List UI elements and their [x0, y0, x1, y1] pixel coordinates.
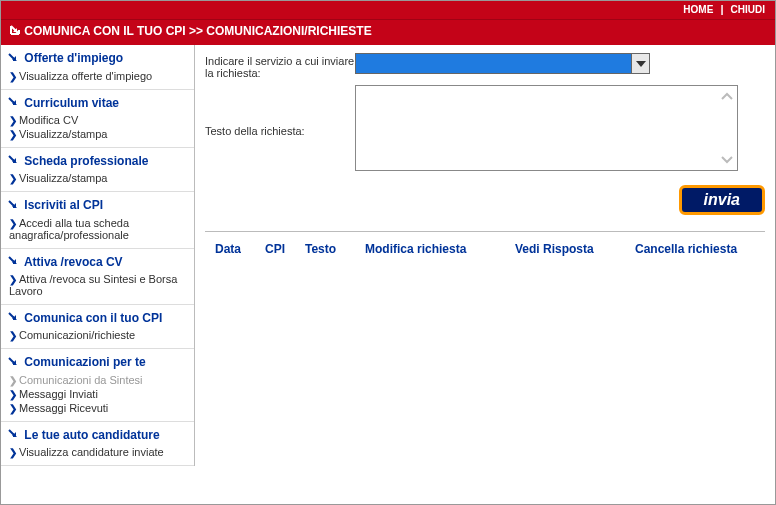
dropdown-icon: [631, 54, 649, 73]
bullet-icon: ❯: [9, 274, 17, 285]
menu-item-label: Messaggi Ricevuti: [19, 402, 108, 414]
menu-item-label: Messaggi Inviati: [19, 388, 98, 400]
arrow-icon: [7, 255, 19, 270]
title-arrow-icon: [9, 24, 21, 39]
col-cancella: Cancella richiesta: [625, 242, 765, 256]
service-select[interactable]: [355, 53, 650, 74]
titlebar: COMUNICA CON IL TUO CPI >> COMUNICAZIONI…: [1, 19, 775, 45]
menu-header[interactable]: Iscriviti al CPI: [7, 196, 188, 215]
bullet-icon: ❯: [9, 129, 17, 140]
menu-item-label: Visualizza/stampa: [19, 128, 107, 140]
menu-header-label: Comunicazioni per te: [24, 355, 145, 369]
menu-item-label: Visualizza/stampa: [19, 172, 107, 184]
menu-item-label: Comunicazioni da Sintesi: [19, 374, 143, 386]
menu-section: Le tue auto candidature❯Visualizza candi…: [1, 422, 194, 466]
menu-header-label: Scheda professionale: [24, 154, 148, 168]
divider: [205, 231, 765, 232]
arrow-icon: [7, 356, 19, 371]
text-label: Testo della richiesta:: [205, 85, 355, 137]
menu-section: Scheda professionale❯Visualizza/stampa: [1, 148, 194, 192]
home-link[interactable]: HOME: [683, 4, 713, 15]
menu-item[interactable]: ❯Comunicazioni/richieste: [7, 328, 188, 342]
close-link[interactable]: CHIUDI: [731, 4, 765, 15]
col-vedi: Vedi Risposta: [505, 242, 625, 256]
bullet-icon: ❯: [9, 389, 17, 400]
sidebar: Offerte d'impiego❯Visualizza offerte d'i…: [1, 45, 195, 466]
arrow-icon: [7, 52, 19, 67]
col-data: Data: [205, 242, 255, 256]
menu-header-label: Curriculum vitae: [24, 96, 119, 110]
menu-section: Comunica con il tuo CPI❯Comunicazioni/ri…: [1, 305, 194, 349]
bullet-icon: ❯: [9, 218, 17, 229]
topbar: HOME | CHIUDI: [1, 1, 775, 19]
arrow-icon: [7, 199, 19, 214]
menu-item[interactable]: ❯Visualizza offerte d'impiego: [7, 69, 188, 83]
arrow-icon: [7, 428, 19, 443]
chevron-down-icon: [719, 152, 735, 168]
bullet-icon: ❯: [9, 375, 17, 386]
menu-item-label: Modifica CV: [19, 114, 78, 126]
menu-section: Offerte d'impiego❯Visualizza offerte d'i…: [1, 45, 194, 89]
col-cpi: CPI: [255, 242, 295, 256]
menu-item[interactable]: ❯Modifica CV: [7, 113, 188, 127]
arrow-icon: [7, 96, 19, 111]
col-testo: Testo: [295, 242, 355, 256]
col-modifica: Modifica richiesta: [355, 242, 505, 256]
menu-section: Attiva /revoca CV❯Attiva /revoca su Sint…: [1, 249, 194, 305]
menu-item-label: Visualizza offerte d'impiego: [19, 70, 152, 82]
menu-header[interactable]: Offerte d'impiego: [7, 49, 188, 68]
table-header: Data CPI Testo Modifica richiesta Vedi R…: [205, 242, 765, 256]
menu-item[interactable]: ❯Messaggi Inviati: [7, 387, 188, 401]
menu-item-label: Accedi alla tua scheda anagrafica/profes…: [9, 217, 129, 241]
menu-header-label: Attiva /revoca CV: [24, 255, 123, 269]
menu-section: Curriculum vitae❯Modifica CV❯Visualizza/…: [1, 90, 194, 148]
content: Indicare il servizio a cui inviare la ri…: [195, 45, 775, 466]
menu-item[interactable]: ❯Messaggi Ricevuti: [7, 401, 188, 415]
menu-header-label: Comunica con il tuo CPI: [24, 311, 162, 325]
menu-header-label: Iscriviti al CPI: [24, 198, 103, 212]
menu-item[interactable]: ❯Visualizza/stampa: [7, 171, 188, 185]
bullet-icon: ❯: [9, 71, 17, 82]
submit-button[interactable]: invia: [679, 185, 765, 215]
menu-header[interactable]: Le tue auto candidature: [7, 426, 188, 445]
menu-item-label: Attiva /revoca su Sintesi e Borsa Lavoro: [9, 273, 177, 297]
menu-item-label: Comunicazioni/richieste: [19, 329, 135, 341]
arrow-icon: [7, 154, 19, 169]
titlebar-text: COMUNICA CON IL TUO CPI >> COMUNICAZIONI…: [24, 24, 371, 38]
svg-marker-17: [636, 61, 646, 67]
topbar-separator: |: [716, 3, 727, 15]
menu-header[interactable]: Attiva /revoca CV: [7, 253, 188, 272]
menu-section: Iscriviti al CPI❯Accedi alla tua scheda …: [1, 192, 194, 248]
menu-item: ❯Comunicazioni da Sintesi: [7, 373, 188, 387]
bullet-icon: ❯: [9, 403, 17, 414]
menu-header-label: Le tue auto candidature: [24, 428, 159, 442]
menu-section: Comunicazioni per te❯Comunicazioni da Si…: [1, 349, 194, 421]
menu-header[interactable]: Comunicazioni per te: [7, 353, 188, 372]
menu-item[interactable]: ❯Visualizza/stampa: [7, 127, 188, 141]
bullet-icon: ❯: [9, 447, 17, 458]
menu-item[interactable]: ❯Attiva /revoca su Sintesi e Borsa Lavor…: [7, 272, 188, 298]
menu-item[interactable]: ❯Visualizza candidature inviate: [7, 445, 188, 459]
menu-header[interactable]: Curriculum vitae: [7, 94, 188, 113]
menu-header-label: Offerte d'impiego: [24, 51, 123, 65]
menu-item-label: Visualizza candidature inviate: [19, 446, 164, 458]
request-textarea[interactable]: [355, 85, 738, 171]
bullet-icon: ❯: [9, 115, 17, 126]
service-label: Indicare il servizio a cui inviare la ri…: [205, 53, 355, 79]
menu-header[interactable]: Comunica con il tuo CPI: [7, 309, 188, 328]
menu-header[interactable]: Scheda professionale: [7, 152, 188, 171]
chevron-up-icon: [719, 88, 735, 104]
bullet-icon: ❯: [9, 173, 17, 184]
bullet-icon: ❯: [9, 330, 17, 341]
arrow-icon: [7, 311, 19, 326]
menu-item[interactable]: ❯Accedi alla tua scheda anagrafica/profe…: [7, 216, 188, 242]
